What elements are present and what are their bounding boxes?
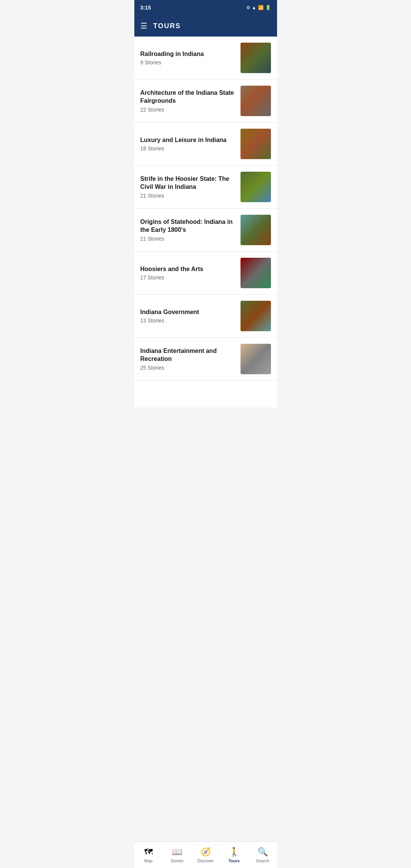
- tours-icon: 🚶: [229, 847, 239, 857]
- status-time: 3:15: [140, 5, 151, 11]
- tour-stories-count: 25 Stories: [140, 365, 236, 371]
- tour-content: Luxury and Leisure in Indiana18 Stories: [140, 136, 241, 152]
- tour-title: Indiana Government: [140, 308, 236, 316]
- tour-title: Origins of Statehood: Indiana in the Ear…: [140, 218, 236, 234]
- page-title: TOURS: [153, 22, 181, 30]
- wifi-icon: 📶: [258, 5, 264, 10]
- status-bar: 3:15 ⚙ ▲ 📶 🔋: [134, 0, 277, 15]
- tour-thumbnail: [241, 43, 271, 73]
- tour-content: Indiana Entertainment and Recreation25 S…: [140, 347, 241, 371]
- tour-content: Architecture of the Indiana State Fairgr…: [140, 89, 241, 113]
- tour-thumbnail: [241, 215, 271, 245]
- tour-title: Architecture of the Indiana State Fairgr…: [140, 89, 236, 105]
- nav-label-discover: Discover: [198, 858, 214, 863]
- tour-thumbnail: [241, 344, 271, 374]
- nav-label-tours: Tours: [228, 858, 240, 863]
- stories-icon: 📖: [172, 847, 182, 857]
- nav-label-search: Search: [256, 858, 269, 863]
- tour-thumbnail: [241, 172, 271, 202]
- tour-content: Indiana Government13 Stories: [140, 308, 241, 324]
- tour-title: Hoosiers and the Arts: [140, 265, 236, 273]
- tour-title: Railroading in Indiana: [140, 50, 236, 58]
- tour-title: Luxury and Leisure in Indiana: [140, 136, 236, 144]
- tour-list: Railroading in Indiana9 StoriesArchitect…: [134, 37, 277, 407]
- settings-icon: ⚙: [246, 5, 250, 10]
- tour-stories-count: 22 Stories: [140, 107, 236, 113]
- menu-icon[interactable]: ☰: [140, 21, 147, 30]
- status-icons: ⚙ ▲ 📶 🔋: [246, 5, 271, 10]
- nav-item-tours[interactable]: 🚶Tours: [220, 846, 249, 865]
- discover-icon: 🧭: [201, 847, 211, 857]
- nav-item-stories[interactable]: 📖Stories: [163, 846, 191, 865]
- tour-item[interactable]: Strife in the Hoosier State: The Civil W…: [134, 166, 277, 209]
- tour-stories-count: 18 Stories: [140, 145, 236, 152]
- tour-thumbnail: [241, 301, 271, 331]
- tour-item[interactable]: Indiana Entertainment and Recreation25 S…: [134, 338, 277, 381]
- header: ☰ TOURS: [134, 15, 277, 37]
- tour-content: Hoosiers and the Arts17 Stories: [140, 265, 241, 281]
- tour-item[interactable]: Hoosiers and the Arts17 Stories: [134, 252, 277, 295]
- tour-content: Strife in the Hoosier State: The Civil W…: [140, 175, 241, 199]
- search-icon: 🔍: [258, 847, 268, 857]
- bottom-nav: 🗺Map📖Stories🧭Discover🚶Tours🔍Search: [134, 841, 277, 868]
- tour-stories-count: 17 Stories: [140, 274, 236, 281]
- nav-label-map: Map: [144, 858, 152, 863]
- tour-stories-count: 9 Stories: [140, 59, 236, 65]
- nav-item-discover[interactable]: 🧭Discover: [191, 846, 220, 865]
- tour-stories-count: 21 Stories: [140, 236, 236, 242]
- tour-item[interactable]: Luxury and Leisure in Indiana18 Stories: [134, 123, 277, 166]
- tour-stories-count: 21 Stories: [140, 193, 236, 199]
- tour-item[interactable]: Origins of Statehood: Indiana in the Ear…: [134, 209, 277, 252]
- tour-content: Origins of Statehood: Indiana in the Ear…: [140, 218, 241, 242]
- tour-thumbnail: [241, 86, 271, 116]
- tour-stories-count: 13 Stories: [140, 318, 236, 324]
- signal-icon: ▲: [252, 5, 256, 10]
- map-icon: 🗺: [144, 847, 153, 857]
- tour-item[interactable]: Indiana Government13 Stories: [134, 295, 277, 338]
- battery-icon: 🔋: [265, 5, 271, 10]
- tour-thumbnail: [241, 258, 271, 288]
- nav-item-map[interactable]: 🗺Map: [134, 846, 163, 865]
- tour-title: Indiana Entertainment and Recreation: [140, 347, 236, 363]
- tour-item[interactable]: Railroading in Indiana9 Stories: [134, 37, 277, 80]
- nav-item-search[interactable]: 🔍Search: [249, 846, 277, 865]
- tour-content: Railroading in Indiana9 Stories: [140, 50, 241, 66]
- tour-thumbnail: [241, 129, 271, 159]
- tour-item[interactable]: Architecture of the Indiana State Fairgr…: [134, 80, 277, 123]
- nav-label-stories: Stories: [170, 858, 183, 863]
- tour-title: Strife in the Hoosier State: The Civil W…: [140, 175, 236, 191]
